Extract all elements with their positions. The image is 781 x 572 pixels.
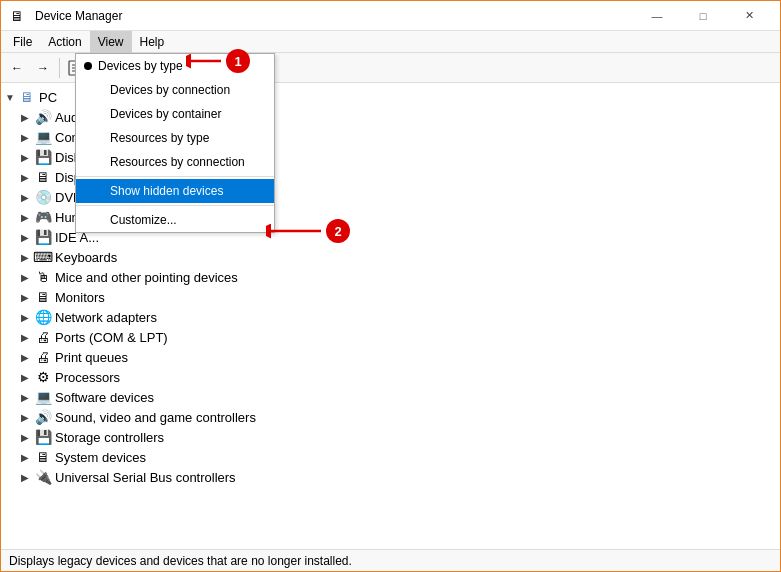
tree-item-sound[interactable]: ▶ 🔊 Sound, video and game controllers (1, 407, 780, 427)
menu-action[interactable]: Action (40, 31, 89, 53)
icon-network: 🌐 (35, 309, 51, 325)
tree-item-system[interactable]: ▶ 🖥 System devices (1, 447, 780, 467)
expand-icon-mice: ▶ (21, 272, 33, 283)
expand-icon-keyboards: ▶ (21, 252, 33, 263)
icon-sound: 🔊 (35, 409, 51, 425)
dropdown-separator-2 (76, 205, 274, 206)
expand-icon-system: ▶ (21, 452, 33, 463)
expand-icon-network: ▶ (21, 312, 33, 323)
window-controls: — □ ✕ (634, 1, 772, 31)
icon-processors: ⚙ (35, 369, 51, 385)
menu-item-show-hidden-devices[interactable]: Show hidden devices (76, 179, 274, 203)
menu-item-resources-by-type[interactable]: Resources by type (76, 126, 274, 150)
icon-mice: 🖱 (35, 269, 51, 285)
icon-com: 💻 (35, 129, 51, 145)
expand-icon-usb: ▶ (21, 472, 33, 483)
close-button[interactable]: ✕ (726, 1, 772, 31)
expand-icon-processors: ▶ (21, 372, 33, 383)
icon-usb: 🔌 (35, 469, 51, 485)
title-bar-left: 🖥 Device Manager (9, 8, 122, 24)
tree-item-network[interactable]: ▶ 🌐 Network adapters (1, 307, 780, 327)
expand-icon-ide: ▶ (21, 232, 33, 243)
icon-storage: 💾 (35, 429, 51, 445)
icon-hum: 🎮 (35, 209, 51, 225)
expand-icon-hum: ▶ (21, 212, 33, 223)
icon-system: 🖥 (35, 449, 51, 465)
icon-ports: 🖨 (35, 329, 51, 345)
toolbar-back-button[interactable]: ← (5, 56, 29, 80)
tree-item-monitors[interactable]: ▶ 🖥 Monitors (1, 287, 780, 307)
tree-item-keyboards[interactable]: ▶ ⌨ Keyboards (1, 247, 780, 267)
expand-icon-display: ▶ (21, 172, 33, 183)
icon-software: 💻 (35, 389, 51, 405)
tree-label-pc: PC (39, 90, 57, 105)
tree-item-mice[interactable]: ▶ 🖱 Mice and other pointing devices (1, 267, 780, 287)
window-icon: 🖥 (9, 8, 25, 24)
icon-monitors: 🖥 (35, 289, 51, 305)
expand-icon-storage: ▶ (21, 432, 33, 443)
menu-item-devices-by-type[interactable]: Devices by type (76, 54, 274, 78)
menu-help[interactable]: Help (132, 31, 173, 53)
toolbar-forward-button[interactable]: → (31, 56, 55, 80)
icon-pc: 🖥 (19, 89, 35, 105)
menu-item-devices-by-connection[interactable]: Devices by connection (76, 78, 274, 102)
expand-icon-dvd: ▶ (21, 192, 33, 203)
expand-icon-ports: ▶ (21, 332, 33, 343)
icon-disk: 💾 (35, 149, 51, 165)
tree-item-processors[interactable]: ▶ ⚙ Processors (1, 367, 780, 387)
icon-ide: 💾 (35, 229, 51, 245)
tree-item-software[interactable]: ▶ 💻 Software devices (1, 387, 780, 407)
tree-item-storage[interactable]: ▶ 💾 Storage controllers (1, 427, 780, 447)
icon-audio: 🔊 (35, 109, 51, 125)
title-bar: 🖥 Device Manager — □ ✕ (1, 1, 780, 31)
menu-bar: File Action View Help Devices by type De… (1, 31, 780, 53)
expand-icon-software: ▶ (21, 392, 33, 403)
tree-item-usb[interactable]: ▶ 🔌 Universal Serial Bus controllers (1, 467, 780, 487)
tree-item-ports[interactable]: ▶ 🖨 Ports (COM & LPT) (1, 327, 780, 347)
selected-bullet (84, 62, 92, 70)
expand-icon-pc: ▼ (5, 92, 17, 103)
maximize-button[interactable]: □ (680, 1, 726, 31)
tree-item-print[interactable]: ▶ 🖨 Print queues (1, 347, 780, 367)
window-title: Device Manager (35, 9, 122, 23)
icon-keyboards: ⌨ (35, 249, 51, 265)
expand-icon-print: ▶ (21, 352, 33, 363)
expand-icon-com: ▶ (21, 132, 33, 143)
expand-icon-sound: ▶ (21, 412, 33, 423)
dropdown-separator (76, 176, 274, 177)
icon-print: 🖨 (35, 349, 51, 365)
status-text: Displays legacy devices and devices that… (9, 554, 352, 568)
expand-icon-monitors: ▶ (21, 292, 33, 303)
menu-item-customize[interactable]: Customize... (76, 208, 274, 232)
menu-item-resources-by-connection[interactable]: Resources by connection (76, 150, 274, 174)
icon-display: 🖥 (35, 169, 51, 185)
icon-dvd: 💿 (35, 189, 51, 205)
view-dropdown-menu: Devices by type Devices by connection De… (75, 53, 275, 233)
toolbar-separator-1 (59, 58, 60, 78)
expand-icon-disk: ▶ (21, 152, 33, 163)
menu-file[interactable]: File (5, 31, 40, 53)
expand-icon-audio: ▶ (21, 112, 33, 123)
status-bar: Displays legacy devices and devices that… (1, 549, 780, 571)
minimize-button[interactable]: — (634, 1, 680, 31)
device-manager-window: 🖥 Device Manager — □ ✕ File Action View … (0, 0, 781, 572)
menu-view[interactable]: View (90, 31, 132, 53)
menu-item-devices-by-container[interactable]: Devices by container (76, 102, 274, 126)
